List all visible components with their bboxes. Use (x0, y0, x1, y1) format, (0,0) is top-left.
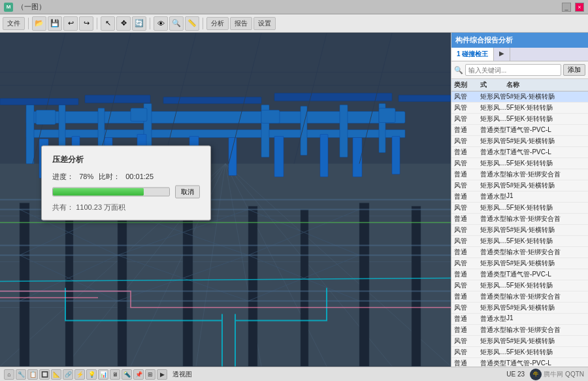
list-item[interactable]: 普通普通水型输水管·矩绑安合首 (451, 214, 588, 225)
search-input[interactable] (465, 64, 561, 76)
toolbar-analyze-btn[interactable]: 分析 (206, 17, 229, 30)
list-item[interactable]: 风管矩形风管B5F矩K·矩转转肠 (451, 236, 588, 247)
progress-percent: 78% (79, 173, 93, 180)
list-col1: 普通 (454, 314, 480, 323)
svg-rect-40 (301, 107, 307, 156)
progress-label: 进度： (52, 171, 74, 181)
cancel-button[interactable]: 取消 (175, 185, 200, 198)
toolbar-zoom-btn[interactable]: 🔍 (169, 16, 184, 31)
list-item[interactable]: 普通普通水型J1 (451, 314, 588, 325)
status-btn-6[interactable]: 🔗 (63, 369, 73, 380)
toolbar-redo-btn[interactable]: ↪ (79, 16, 93, 31)
list-col3: 输水管·矩绑安合首 (506, 214, 585, 224)
list-item[interactable]: 风管矩形风管5#矩风·矩横转肠 (451, 91, 588, 103)
toolbar-report-btn[interactable]: 报告 (230, 17, 252, 30)
svg-rect-79 (379, 108, 395, 123)
status-btn-4[interactable]: 🔲 (39, 369, 50, 380)
search-button[interactable]: 添加 (563, 64, 585, 76)
svg-rect-67 (399, 95, 451, 102)
list-item[interactable]: 普通普通水型T通气管-PVC-L (451, 147, 588, 158)
list-item[interactable]: 普通普通类型T通气管-PVC-L (451, 125, 588, 136)
toolbar-select-btn[interactable]: ↖ (101, 16, 115, 31)
status-btn-14[interactable]: ▶ (157, 369, 167, 380)
list-col2: 矩形风管B (480, 114, 506, 124)
toolbar-settings-btn[interactable]: 设置 (253, 17, 276, 30)
list-item[interactable]: 普通普通类型输水管·矩绑安合首 (451, 247, 588, 258)
list-col3: T通气管-PVC-L (506, 270, 585, 279)
list-item[interactable]: 风管矩形风管B5F矩K·矩转转肠 (451, 203, 588, 214)
list-col2: 矩形风管 (480, 92, 506, 101)
toolbar-sep-4 (203, 18, 203, 29)
close-button[interactable]: × (575, 3, 584, 12)
list-item[interactable]: 风管矩形风管5#矩风·矩横转肠 (451, 258, 588, 269)
list-col1: 风管 (454, 159, 480, 168)
list-item[interactable]: 普通普通类型T通气管-PVC-L (451, 269, 588, 280)
status-btn-8[interactable]: 💡 (86, 369, 97, 380)
list-col2: 普通水型 (480, 325, 506, 335)
status-btn-10[interactable]: 🖥 (110, 369, 120, 380)
list-item[interactable]: 风管矩形风管B5F矩K·矩转转肠 (451, 114, 588, 125)
toolbar-move-btn[interactable]: ✥ (116, 16, 131, 31)
svg-rect-78 (261, 110, 280, 124)
panel-title: 构件综合报告分析 (455, 35, 513, 45)
list-item[interactable]: 普通普通水型J1 (451, 191, 588, 203)
status-btn-1[interactable]: ⌂ (4, 369, 14, 380)
toolbar-measure-btn[interactable]: 📏 (185, 16, 199, 31)
status-btn-13[interactable]: ⊞ (145, 369, 155, 380)
list-item[interactable]: 风管矩形风管5#矩风·矩横转肠 (451, 225, 588, 236)
status-btn-7[interactable]: ⚡ (74, 369, 85, 380)
panel-tab-2[interactable]: ▶ (494, 48, 510, 61)
list-col3: 5F矩K·矩转转肠 (506, 159, 585, 168)
status-btn-9[interactable]: 📊 (98, 369, 108, 380)
list-col3: 5#矩风·矩横转肠 (506, 337, 585, 346)
svg-rect-77 (131, 108, 147, 122)
time-value: 00:01:25 (125, 173, 154, 180)
list-item[interactable]: 风管矩形风管B5F矩K·矩转转肠 (451, 347, 588, 358)
app-icon: M (4, 3, 13, 12)
logo-icon: 牛 (530, 369, 542, 380)
list-col3: 5F矩K·矩转转肠 (506, 203, 585, 212)
status-btn-12[interactable]: 📌 (133, 369, 144, 380)
svg-rect-64 (85, 95, 150, 103)
toolbar-view-btn[interactable]: 👁 (154, 16, 168, 31)
toolbar-save-btn[interactable]: 💾 (48, 16, 62, 31)
svg-rect-51 (353, 138, 362, 177)
status-btn-11[interactable]: 🔦 (122, 369, 132, 380)
list-col1: 风管 (454, 281, 480, 290)
list-item[interactable]: 普通普通水型输水管·矩绑安合首 (451, 325, 588, 336)
list-item[interactable]: 风管矩形风管5#矩风·矩横转肠 (451, 136, 588, 147)
window-title: （一图） (17, 2, 558, 12)
viewport[interactable]: 压差分析 进度： 78% 比时： 00:01:25 取消 共有： 1100.23… (0, 33, 451, 367)
minimize-button[interactable]: _ (562, 3, 571, 12)
list-item[interactable]: 风管矩形风管5#矩风·矩横转肠 (451, 303, 588, 314)
toolbar-file-btn[interactable]: 文件 (3, 17, 25, 30)
panel-tab-1[interactable]: 1 碰撞检王 (451, 48, 494, 61)
list-item[interactable]: 普通普通水型输水管·矩绑安合首 (451, 169, 588, 180)
list-col2: 矩形风管 (480, 259, 506, 268)
status-btn-5[interactable]: 📐 (51, 369, 61, 380)
list-item[interactable]: 风管矩形风管B5F矩K·矩转转肠 (451, 158, 588, 169)
list-item[interactable]: 普通普通类型输水管·矩绑安合首 (451, 291, 588, 303)
status-bar: ⌂ 🔧 📋 🔲 📐 🔗 ⚡ 💡 📊 🖥 🔦 📌 ⊞ ▶ 透视图 UE 23 牛 … (0, 367, 588, 381)
toolbar-undo-btn[interactable]: ↩ (63, 16, 78, 31)
list-col2: 普通类型 (480, 359, 506, 367)
list-item[interactable]: 风管矩形风管5#矩风·矩横转肠 (451, 336, 588, 347)
list-col2: 矩形风管 (480, 137, 506, 146)
list-item[interactable]: 风管矩形风管5#矩风·矩横转肠 (451, 180, 588, 191)
panel-list[interactable]: 风管矩形风管5#矩风·矩横转肠风管矩形风管B5F矩K·矩转转肠风管矩形风管B5F… (451, 91, 588, 367)
status-btn-3[interactable]: 📋 (27, 369, 38, 380)
toolbar-rotate-btn[interactable]: 🔄 (132, 16, 146, 31)
list-col2: 矩形风管B (480, 237, 506, 246)
time-label: 比时： (99, 171, 120, 181)
svg-rect-49 (274, 137, 284, 177)
list-item[interactable]: 风管矩形风管B5F矩K·矩转转肠 (451, 103, 588, 114)
progress-bar-container (52, 187, 170, 196)
list-item[interactable]: 风管矩形风管B5F矩K·矩转转肠 (451, 280, 588, 291)
list-col1: 风管 (454, 303, 480, 312)
panel-tab-bar: 1 碰撞检王 ▶ (451, 48, 588, 61)
svg-rect-52 (392, 137, 400, 174)
list-item[interactable]: 普通普通类型T通气管-PVC-L (451, 358, 588, 367)
toolbar-open-btn[interactable]: 📂 (32, 16, 46, 31)
status-btn-2[interactable]: 🔧 (16, 369, 26, 380)
list-col2: 普通类型 (480, 292, 506, 301)
